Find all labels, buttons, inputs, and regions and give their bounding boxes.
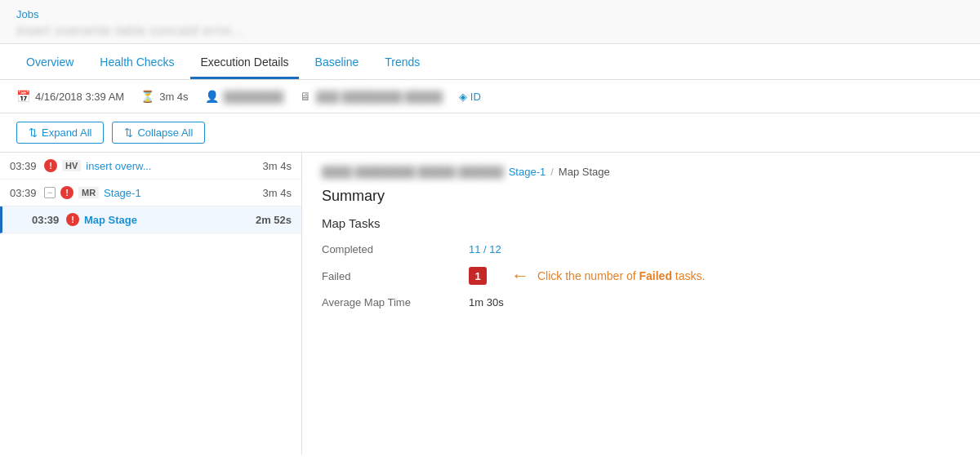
tree-row[interactable]: 03:39 − ! MR Stage-1 3m 4s — [0, 180, 301, 206]
meta-duration: ⏳ 3m 4s — [140, 90, 188, 103]
hourglass-icon: ⏳ — [140, 90, 154, 103]
detail-panel: ████ ████████ █████ ██████ Stage-1 / Map… — [302, 153, 980, 455]
stat-row-completed: Completed 11 / 12 — [322, 238, 960, 260]
failed-badge[interactable]: 1 — [469, 267, 487, 285]
detail-breadcrumb-sep: / — [550, 166, 554, 178]
tabs-bar: Overview Health Checks Execution Details… — [0, 44, 980, 80]
breadcrumb-jobs[interactable]: Jobs — [16, 8, 964, 20]
tree-row-selected[interactable]: 03:39 ! Map Stage 2m 52s — [0, 206, 301, 233]
stat-label-avg-time: Average Map Time — [322, 296, 452, 308]
meta-duration-value: 3m 4s — [159, 91, 188, 103]
arrow-icon: ← — [511, 265, 529, 286]
meta-date-value: 4/16/2018 3:39 AM — [35, 91, 124, 103]
annotation-text: Click the number of Failed tasks. — [537, 269, 705, 282]
tree-row-time: 03:39 — [10, 160, 39, 172]
diamond-icon: ◈ — [459, 91, 467, 103]
detail-breadcrumb-current: Map Stage — [559, 166, 610, 178]
stat-row-failed: Failed 1 ← Click the number of Failed ta… — [322, 260, 960, 291]
stat-label-completed: Completed — [322, 243, 452, 255]
stat-value-avg-time: 1m 30s — [469, 296, 504, 308]
annotation: ← Click the number of Failed tasks. — [511, 265, 705, 286]
tab-health-checks[interactable]: Health Checks — [90, 44, 184, 79]
error-icon: ! — [66, 213, 79, 226]
job-tree: 03:39 ! HV insert overw... 3m 4s 03:39 −… — [0, 153, 302, 455]
tree-row-label[interactable]: Stage-1 — [104, 187, 257, 199]
collapse-icon: ⇅ — [124, 126, 133, 139]
collapse-all-button[interactable]: ⇅ Collapse All — [112, 122, 205, 144]
minus-icon: − — [44, 187, 56, 198]
job-title: insert overwrite table concatd error... — [16, 24, 964, 38]
tree-row-time: 03:39 — [32, 214, 61, 226]
tree-row[interactable]: 03:39 ! HV insert overw... 3m 4s — [0, 153, 301, 180]
main-content: 03:39 ! HV insert overw... 3m 4s 03:39 −… — [0, 152, 980, 455]
detail-breadcrumb-stage[interactable]: Stage-1 — [509, 166, 546, 178]
meta-agent: 🖥 ███ ████████ █████ — [300, 90, 443, 103]
tab-execution-details[interactable]: Execution Details — [190, 44, 298, 79]
top-bar: Jobs insert overwrite table concatd erro… — [0, 0, 980, 44]
meta-user-value: ████████ — [224, 91, 284, 103]
meta-id[interactable]: ◈ ID — [459, 91, 481, 103]
expand-all-label: Expand All — [42, 126, 91, 139]
meta-date: 📅 4/16/2018 3:39 AM — [16, 90, 124, 103]
tree-row-time: 03:39 — [10, 187, 39, 199]
tree-row-label[interactable]: insert overw... — [86, 160, 257, 172]
stat-value-completed[interactable]: 11 / 12 — [469, 243, 501, 255]
type-badge-hv: HV — [62, 160, 81, 171]
tab-trends[interactable]: Trends — [375, 44, 430, 79]
user-icon: 👤 — [205, 90, 219, 103]
stat-label-failed: Failed — [322, 270, 452, 282]
collapse-all-label: Collapse All — [137, 126, 193, 139]
stat-row-avg-time: Average Map Time 1m 30s — [322, 291, 960, 313]
detail-breadcrumb: ████ ████████ █████ ██████ Stage-1 / Map… — [322, 166, 960, 178]
map-tasks-title: Map Tasks — [322, 216, 960, 230]
type-badge-mr: MR — [78, 187, 99, 198]
calendar-icon: 📅 — [16, 90, 30, 103]
annotation-bold: Failed — [639, 269, 672, 282]
actions-bar: ⇅ Expand All ⇅ Collapse All — [0, 113, 980, 152]
monitor-icon: 🖥 — [300, 90, 311, 103]
meta-agent-value: ███ ████████ █████ — [316, 91, 443, 103]
error-icon: ! — [60, 186, 74, 199]
tab-baseline[interactable]: Baseline — [305, 44, 369, 79]
tree-row-duration: 3m 4s — [263, 187, 292, 199]
detail-breadcrumb-blurred: ████ ████████ █████ ██████ — [322, 166, 504, 178]
expand-all-button[interactable]: ⇅ Expand All — [16, 122, 104, 144]
meta-user: 👤 ████████ — [205, 90, 284, 103]
summary-title: Summary — [322, 188, 960, 205]
error-icon: ! — [44, 159, 57, 172]
tree-row-duration: 2m 52s — [256, 214, 292, 226]
meta-bar: 📅 4/16/2018 3:39 AM ⏳ 3m 4s 👤 ████████ 🖥… — [0, 80, 980, 113]
tab-overview[interactable]: Overview — [16, 44, 83, 79]
expand-icon: ⇅ — [29, 126, 38, 139]
meta-id-label: ID — [470, 91, 481, 103]
tree-row-label[interactable]: Map Stage — [84, 214, 251, 226]
tree-row-duration: 3m 4s — [263, 160, 292, 172]
